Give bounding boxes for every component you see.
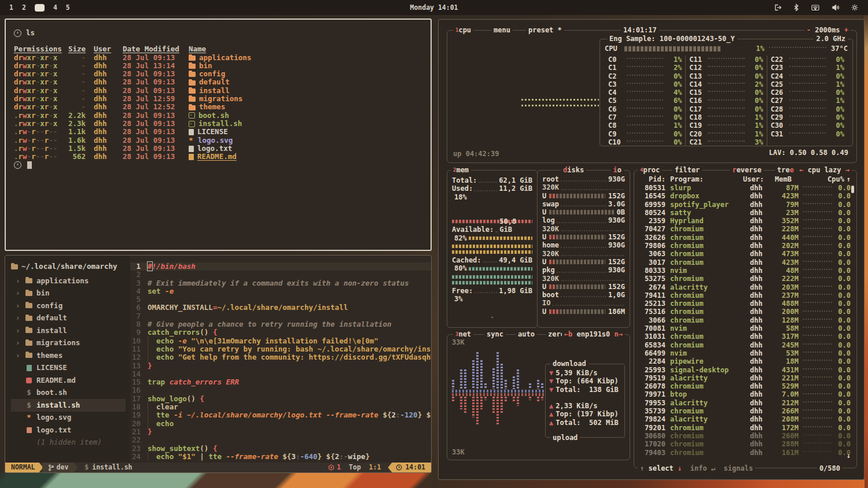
terminal-window[interactable]: › ls Permissions Size User Date Modified… xyxy=(5,19,432,251)
process-row[interactable]: 79824 alacritty dhh 208M 0.0 xyxy=(639,415,851,423)
proc-panel-title[interactable]: 4proc xyxy=(638,166,662,174)
tree-item[interactable]: › migrations xyxy=(11,337,130,350)
process-row[interactable]: 75316 chromium dhh 200M 0.0 xyxy=(639,308,851,316)
tree-item[interactable]: › config xyxy=(11,300,130,312)
branch-icon xyxy=(48,464,54,471)
tree-item[interactable]: › install xyxy=(11,324,130,337)
process-row[interactable]: 17020 chromium dhh 288M 0.0 xyxy=(639,440,851,448)
net-panel-title[interactable]: 3net xyxy=(453,330,473,338)
core-row: C100% xyxy=(608,138,682,146)
tree-item[interactable]: logo.txt xyxy=(11,424,130,437)
process-pid: 25993 xyxy=(639,366,665,374)
tree-item-icon xyxy=(25,378,33,383)
tree-item-icon xyxy=(25,341,33,346)
editor-window[interactable]: ~/.local/share/omarchy › applications › … xyxy=(5,255,432,473)
process-row[interactable]: 25993 signal-desktop dhh 431M 0.0 xyxy=(639,366,851,374)
process-row[interactable]: 69959 spotify_player dhh 79M 0.0 xyxy=(639,201,851,209)
process-mem: 161M xyxy=(773,449,799,457)
scrollbar-thumb[interactable] xyxy=(851,186,854,193)
tree-item[interactable]: › default xyxy=(11,312,130,325)
tree-item[interactable]: README.md xyxy=(11,374,130,387)
prompt-line-empty[interactable]: › xyxy=(14,161,422,169)
net-auto-toggle[interactable]: auto xyxy=(516,330,537,338)
process-row[interactable]: 3017 chromium dhh 423M 0.0 xyxy=(639,258,851,267)
process-row[interactable]: 70081 nvim dhh 58M 0.0 xyxy=(639,324,851,332)
process-cpu: 0.0 xyxy=(834,407,851,415)
process-row[interactable]: 3063 chromium dhh 473M 0.0 xyxy=(639,250,851,258)
process-row[interactable]: 80333 nvim dhh 48M 0.0 xyxy=(639,267,851,275)
process-user: dhh xyxy=(750,424,773,432)
process-cpu: 0.0 xyxy=(834,267,851,275)
process-row[interactable]: 3066 chromium dhh 128M 0.0 xyxy=(639,316,851,324)
process-row[interactable]: 53275 chromium dhh 222M 0.0 xyxy=(639,275,851,283)
tree-item[interactable]: (1 hidden item) xyxy=(11,437,130,449)
process-row[interactable]: 79953 alacritty dhh 212M 0.0 xyxy=(639,399,851,407)
process-cpu: 0.0 xyxy=(834,424,851,432)
file-date: 28 Jul 13:14 xyxy=(123,62,181,70)
process-row[interactable]: 2359 Hyprland dhh 352M 0.0 xyxy=(639,217,851,225)
chevron-right-icon: › xyxy=(16,289,21,297)
code-area[interactable]: 1 #!/bin/bash 2 3 # Exit immediately if … xyxy=(130,256,431,463)
process-row[interactable]: 80531 slurp dhh 87M 0.0 xyxy=(639,184,851,192)
filter-button[interactable]: filter xyxy=(672,166,702,174)
process-row[interactable]: 26078 chromium dhh 529M 0.0 xyxy=(639,382,851,390)
net-sync-toggle[interactable]: sync xyxy=(484,330,506,338)
tree-item[interactable]: › applications xyxy=(11,275,130,287)
disk-name: pkg xyxy=(542,266,555,274)
btop-window[interactable]: 1cpu menu preset * 14:01:17 - 2000ms + E… xyxy=(438,19,865,480)
process-row[interactable]: 31031 chromium dhh 317M 0.0 xyxy=(639,332,851,341)
tree-button[interactable]: tree xyxy=(775,166,796,174)
file-permissions: .rwxr-xr-x xyxy=(14,120,62,128)
process-header[interactable]: Pid: Program: User: MemB Cpu% ↑ xyxy=(639,175,851,184)
tree-root[interactable]: ~/.local/share/omarchy xyxy=(11,263,130,271)
tree-item[interactable]: LICENSE xyxy=(11,362,130,375)
disks-panel-title[interactable]: disks xyxy=(561,166,586,174)
disk-entry: boot1,0G IO U186M xyxy=(542,291,625,316)
proc-footer-actions[interactable]: ↑ select ↓ info ↵ signals xyxy=(638,464,755,472)
file-type-icon xyxy=(189,154,194,160)
process-row[interactable]: 65834 chromium dhh 245M 0.0 xyxy=(639,341,851,349)
process-row[interactable]: 2284 pipewire dhh 18M 0.0 xyxy=(639,357,851,365)
process-row[interactable]: 35739 chromium dhh 266M 0.0 xyxy=(639,407,851,415)
tree-item[interactable]: › themes xyxy=(11,349,130,362)
preset-button[interactable]: preset * xyxy=(526,26,564,34)
tree-item-label: logo.txt xyxy=(36,426,71,434)
disk-usage-meter xyxy=(549,210,613,215)
code-text: ▏ echo "$1" | tte --frame-rate ${3:-640}… xyxy=(148,453,370,461)
process-row[interactable]: 25213 chromium dhh 488M 0.0 xyxy=(639,300,851,308)
process-row[interactable]: 80524 satty dhh 23M 0.0 xyxy=(639,209,851,217)
file-permissions: .rw-r--r-- xyxy=(14,145,62,153)
diagnostics-badge: 1 xyxy=(328,463,341,471)
process-row[interactable]: 79519 alacritty dhh 221M 0.0 xyxy=(639,374,851,382)
scroll-down-icon[interactable]: ↓ xyxy=(847,452,851,460)
process-name: slurp xyxy=(665,184,750,192)
tree-item[interactable]: * logo.svg xyxy=(11,412,130,424)
process-row[interactable]: 32626 chromium dhh 440M 0.0 xyxy=(639,234,851,242)
tree-item[interactable]: $ boot.sh xyxy=(11,387,130,400)
process-row[interactable]: 16545 dropbox dhh 423M 0.0 xyxy=(639,192,851,200)
process-row[interactable]: 70427 chromium dhh 228M 0.0 xyxy=(639,225,851,233)
mem-panel-title[interactable]: 2mem xyxy=(451,166,471,174)
reverse-button[interactable]: reverse xyxy=(730,166,764,174)
process-row[interactable]: 79201 chromium dhh 172M 0.0 xyxy=(639,424,851,432)
process-row[interactable]: 66499 nvim dhh 53M 0.0 xyxy=(639,349,851,357)
tree-item[interactable]: $ install.sh xyxy=(11,399,126,412)
process-row[interactable]: 79971 btop dhh 7.0M 0.0 xyxy=(639,390,851,398)
process-row[interactable]: 79806 chromium dhh 202M 0.0 xyxy=(639,242,851,250)
process-cpu: 0.0 xyxy=(834,283,851,291)
process-pid: 53275 xyxy=(639,275,665,283)
process-row[interactable]: 2674 alacritty dhh 203M 0.0 xyxy=(639,283,851,291)
update-interval[interactable]: - 2000ms + xyxy=(804,26,851,34)
file-date: 28 Jul 12:52 xyxy=(123,103,181,111)
net-interface[interactable]: ←b enp191s0 n→ xyxy=(562,330,625,338)
process-row[interactable]: 30680 chromium dhh 260M 0.0 xyxy=(639,432,851,440)
disks-io-toggle[interactable]: io xyxy=(611,166,624,174)
cpu-panel-title[interactable]: 1cpu xyxy=(453,26,473,34)
menu-button[interactable]: menu xyxy=(491,26,513,34)
proc-nav[interactable]: ← cpu lazy → xyxy=(797,166,852,174)
process-row[interactable]: 79403 chromium dhh 161M 0.0 xyxy=(639,449,851,457)
process-row[interactable]: 79411 chromium dhh 237M 0.0 xyxy=(639,291,851,300)
tree-item[interactable]: › bin xyxy=(11,287,130,300)
process-cpu: 0.0 xyxy=(834,308,851,316)
disk-usage-meter xyxy=(549,235,605,239)
